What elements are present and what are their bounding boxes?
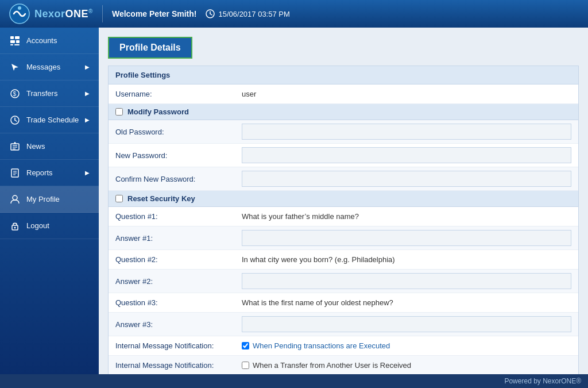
notification-checkbox[interactable] (242, 342, 249, 349)
question1-label: Question #1: (115, 212, 242, 221)
messages-arrow-icon: ▶ (85, 64, 90, 70)
cursor-icon (9, 62, 21, 73)
username-label: Username: (115, 90, 242, 98)
answer2-label: Answer #2: (115, 277, 242, 286)
datetime-area: 15/06/2017 03:57 PM (206, 9, 289, 18)
welcome-text: Welcome Peter Smith! (112, 9, 197, 18)
old-password-input[interactable] (242, 124, 571, 140)
question1-value: What is your father’s middle name? (242, 212, 359, 221)
answer3-label: Answer #3: (115, 320, 242, 329)
svg-rect-10 (14, 44, 20, 45)
notification-label: Internal Message Notification: (115, 361, 242, 370)
svg-line-15 (15, 120, 17, 121)
trade-clock-icon (9, 114, 21, 126)
notification-row: Internal Message Notification:When Pendi… (109, 336, 578, 356)
notification-value: When Pending transactions are Executed (242, 341, 390, 350)
sidebar-item-accounts[interactable]: Accounts (0, 28, 99, 54)
person-icon (9, 194, 21, 205)
old-password-label: Old Password: (115, 128, 242, 136)
answer2-input[interactable] (242, 273, 571, 289)
old-password-row: Old Password: (109, 120, 578, 144)
svg-point-27 (14, 226, 16, 228)
sidebar-item-transfers[interactable]: $ Transfers ▶ (0, 80, 99, 107)
sidebar: Accounts Messages ▶ $ Transfers ▶ (0, 28, 99, 374)
answer1-input[interactable] (242, 230, 571, 246)
reset-security-checkbox-row: Reset Security Key (109, 191, 578, 207)
new-password-row: New Password: (109, 144, 578, 167)
sidebar-item-my-profile[interactable]: My Profile (0, 186, 99, 213)
sidebar-item-trade-label: Trade Schedule (26, 116, 79, 124)
svg-rect-8 (16, 40, 20, 43)
page-title: Profile Details (108, 37, 192, 59)
lock-icon (9, 220, 21, 232)
modify-password-label: Modify Password (127, 107, 189, 116)
svg-point-1 (18, 6, 21, 10)
main-layout: Accounts Messages ▶ $ Transfers ▶ (0, 28, 588, 374)
username-row: Username: user (109, 84, 578, 104)
sidebar-item-logout[interactable]: Logout (0, 213, 99, 239)
news-icon (9, 141, 21, 152)
username-value: user (242, 90, 256, 98)
dollar-icon: $ (9, 88, 21, 99)
grid-icon (9, 35, 21, 47)
answer2-row: Answer #2: (109, 270, 578, 293)
sidebar-item-trade-schedule[interactable]: Trade Schedule ▶ (0, 107, 99, 133)
notification-text: When a Transfer from Another User is Rec… (253, 361, 411, 370)
question3-value: What is the first name of your oldest ne… (242, 298, 393, 307)
profile-card: Profile Settings Username: user Modify P… (108, 66, 579, 374)
sidebar-item-reports[interactable]: Reports ▶ (0, 160, 99, 186)
reset-security-label: Reset Security Key (127, 194, 195, 203)
svg-point-17 (14, 142, 16, 144)
notification-checkbox[interactable] (242, 362, 249, 369)
datetime-text: 15/06/2017 03:57 PM (218, 10, 289, 18)
confirm-password-row: Confirm New Password: (109, 167, 578, 191)
report-icon (9, 167, 21, 179)
content-area: Profile Details Profile Settings Usernam… (99, 28, 588, 374)
sidebar-item-accounts-label: Accounts (26, 36, 57, 45)
svg-rect-6 (15, 36, 20, 39)
modify-password-checkbox[interactable] (115, 108, 123, 116)
logo-text: NexorONE® (34, 8, 93, 20)
answer3-row: Answer #3: (109, 313, 578, 336)
sidebar-item-messages-label: Messages (26, 63, 60, 71)
new-password-input[interactable] (242, 147, 571, 163)
logo-icon (9, 3, 30, 24)
answer3-input[interactable] (242, 316, 571, 332)
question3-label: Question #3: (115, 298, 242, 307)
sidebar-item-news[interactable]: News (0, 133, 99, 160)
sidebar-item-logout-label: Logout (26, 221, 49, 230)
svg-point-25 (13, 195, 17, 200)
logo-area: NexorONE® (9, 3, 93, 24)
confirm-password-input[interactable] (242, 171, 571, 187)
answer1-label: Answer #1: (115, 234, 242, 243)
sidebar-item-messages[interactable]: Messages ▶ (0, 54, 99, 80)
header-divider (102, 5, 103, 22)
svg-rect-7 (10, 40, 15, 43)
sidebar-item-news-label: News (26, 142, 45, 151)
svg-line-4 (210, 14, 212, 15)
question2-row: Question #2: In what city were you born?… (109, 250, 578, 270)
header: NexorONE® Welcome Peter Smith! 15/06/201… (0, 0, 588, 28)
sidebar-item-profile-label: My Profile (26, 195, 60, 203)
modify-password-checkbox-row: Modify Password (109, 104, 578, 120)
footer: Powered by NexorONE® (0, 374, 588, 388)
svg-rect-9 (10, 44, 13, 45)
trade-arrow-icon: ▶ (85, 117, 90, 123)
notification-row: Internal Message Notification:When a Tra… (109, 356, 578, 374)
notifications-container: Internal Message Notification:When Pendi… (109, 336, 578, 374)
notification-text: When Pending transactions are Executed (253, 341, 390, 350)
confirm-password-label: Confirm New Password: (115, 175, 242, 183)
svg-text:$: $ (13, 91, 17, 97)
sidebar-item-transfers-label: Transfers (26, 89, 57, 98)
question3-row: Question #3: What is the first name of y… (109, 293, 578, 313)
clock-header-icon (206, 9, 215, 18)
question2-value: In what city were you born? (e.g. Philad… (242, 255, 395, 264)
new-password-label: New Password: (115, 151, 242, 160)
question2-label: Question #2: (115, 255, 242, 264)
notification-value: When a Transfer from Another User is Rec… (242, 361, 411, 370)
reset-security-checkbox[interactable] (115, 195, 123, 202)
reports-arrow-icon: ▶ (85, 170, 90, 176)
answer1-row: Answer #1: (109, 226, 578, 250)
transfers-arrow-icon: ▶ (85, 90, 90, 97)
section-header: Profile Settings (109, 66, 578, 84)
